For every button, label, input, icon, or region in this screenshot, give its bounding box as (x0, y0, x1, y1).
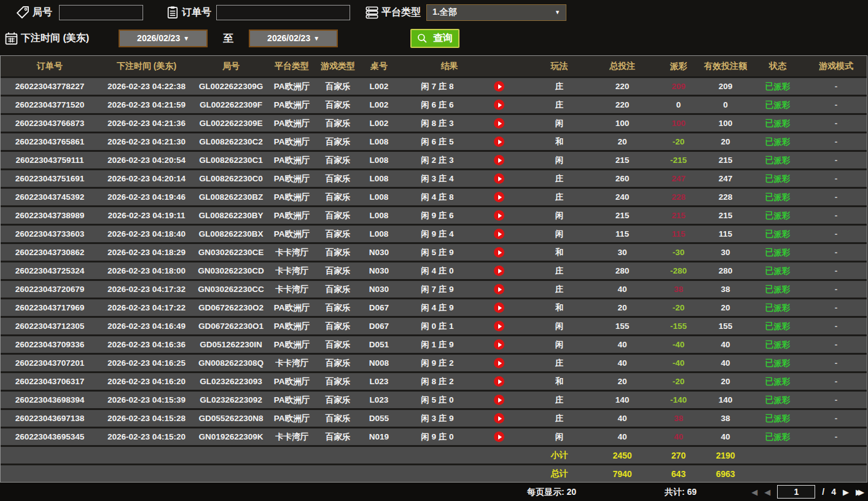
payout-cell: 40 (656, 432, 701, 441)
platform-cell: PA欧洲厅 (268, 302, 316, 314)
result-score: 闲 9 庄 4 (398, 229, 477, 240)
page-number-input[interactable] (777, 485, 815, 499)
table-row: 260223043778227 2026-02-23 04:22:38 GL00… (1, 78, 867, 95)
play-video-button[interactable] (494, 432, 504, 442)
table-no-cell: L008 (360, 229, 398, 239)
order-id-cell: 260223043706317 (1, 377, 99, 386)
table-row: 260223043695345 2026-02-23 04:15:20 GN01… (1, 428, 867, 445)
play-video-button[interactable] (494, 100, 504, 110)
valid-bet-cell: 228 (701, 192, 750, 202)
payout-cell: 115 (656, 229, 701, 239)
result-score: 闲 2 庄 3 (398, 155, 477, 166)
payout-cell: 228 (656, 192, 701, 202)
date-from-select[interactable]: 2026/02/23 ▼ (119, 30, 208, 47)
play-video-button[interactable] (494, 81, 504, 92)
play-type-cell: 庄 (530, 284, 588, 295)
game-type-cell: 百家乐 (316, 413, 360, 424)
play-type-cell: 庄 (530, 81, 588, 92)
payout-cell: -40 (656, 340, 701, 349)
game-mode-cell: - (805, 119, 867, 128)
table-no-cell: D067 (360, 322, 398, 331)
result-cell: 闲 6 庄 5 (398, 136, 530, 148)
play-video-button[interactable] (494, 266, 504, 276)
play-video-button[interactable] (494, 302, 504, 313)
order-id-cell: 260223043717969 (1, 303, 99, 312)
play-video-button[interactable] (494, 210, 504, 221)
game-mode-cell: - (805, 340, 867, 349)
valid-bet-cell: 155 (701, 322, 750, 331)
subtotal-row: 小计 2450 270 2190 (1, 447, 867, 464)
bet-order-history-page: 局号 订单号 平台类型 1.全部 ▼ 下注时间 (美东) 2026/02/23 … (0, 0, 868, 501)
result-score: 闲 8 庄 2 (398, 376, 477, 387)
game-mode-cell: - (805, 377, 867, 386)
play-video-button[interactable] (494, 339, 504, 350)
bet-time-cell: 2026-02-23 04:20:54 (99, 156, 194, 165)
next-page-button[interactable]: ▶ (843, 488, 849, 496)
header-total-bet: 总投注 (588, 61, 656, 72)
payout-cell: -40 (656, 358, 701, 368)
result-score: 闲 9 庄 2 (398, 358, 477, 369)
bet-time-cell: 2026-02-23 04:21:36 (99, 119, 194, 128)
valid-bet-cell: 20 (701, 137, 750, 146)
play-type-cell: 庄 (530, 100, 588, 111)
status-badge: 已派彩 (750, 210, 805, 221)
payout-cell: 100 (656, 119, 701, 128)
result-score: 闲 3 庄 4 (398, 173, 477, 184)
status-badge: 已派彩 (750, 192, 805, 203)
total-pages-label: 4 (831, 487, 836, 497)
total-bet-cell: 260 (588, 174, 656, 183)
round-id-cell: GL008262230C2 (194, 137, 268, 146)
play-video-button[interactable] (494, 118, 504, 128)
result-cell: 闲 5 庄 0 (398, 395, 530, 406)
round-id-input[interactable] (59, 5, 143, 20)
play-video-button[interactable] (494, 284, 504, 294)
play-video-button[interactable] (494, 321, 504, 331)
result-score: 闲 0 庄 1 (398, 321, 477, 332)
payout-cell: -280 (656, 266, 701, 275)
play-video-button[interactable] (494, 173, 504, 184)
round-id-cell: GD067262230O1 (194, 322, 268, 331)
first-page-button[interactable]: ◀ (751, 488, 757, 496)
total-bet-cell: 220 (588, 100, 656, 109)
game-type-cell: 百家乐 (316, 432, 360, 443)
table-row: 260223043698394 2026-02-23 04:15:39 GL02… (1, 392, 867, 408)
round-id-cell: GL02326223092 (194, 395, 268, 404)
bet-time-cell: 2026-02-23 04:16:49 (99, 322, 194, 331)
bet-time-cell: 2026-02-23 04:21:30 (99, 137, 194, 146)
status-badge: 已派彩 (750, 432, 805, 443)
valid-bet-cell: 140 (701, 395, 750, 404)
play-video-button[interactable] (494, 136, 504, 147)
prev-page-button[interactable]: ◀ (764, 488, 770, 496)
platform-type-select[interactable]: 1.全部 ▼ (426, 4, 566, 21)
play-video-button[interactable] (494, 395, 504, 405)
total-bet-cell: 280 (588, 266, 656, 275)
play-video-button[interactable] (494, 358, 504, 368)
play-video-button[interactable] (494, 413, 504, 424)
last-page-button[interactable]: ▶▶ (856, 488, 864, 496)
play-video-button[interactable] (494, 155, 504, 165)
play-video-button[interactable] (494, 247, 504, 258)
payout-cell: 0 (656, 100, 701, 109)
table-row: 260223043707201 2026-02-23 04:16:25 GN00… (1, 355, 867, 371)
order-id-input[interactable] (216, 5, 350, 20)
order-id-cell: 260223043771520 (1, 100, 99, 109)
play-type-cell: 闲 (530, 210, 588, 221)
header-table-no: 桌号 (360, 61, 398, 72)
play-video-button[interactable] (494, 192, 504, 202)
game-type-cell: 百家乐 (316, 247, 360, 258)
result-score: 闲 3 庄 9 (398, 413, 477, 424)
result-cell: 闲 4 庄 8 (398, 192, 530, 203)
bet-time-cell: 2026-02-23 04:19:46 (99, 192, 194, 202)
total-bet-cell: 20 (588, 377, 656, 386)
valid-bet-cell: 40 (701, 432, 750, 441)
filter-row-1: 局号 订单号 平台类型 1.全部 ▼ (0, 0, 868, 25)
payout-cell: -20 (656, 377, 701, 386)
platform-cell: 卡卡湾厅 (268, 358, 316, 369)
date-to-select[interactable]: 2026/02/23 ▼ (249, 30, 338, 47)
query-button[interactable]: 查询 (410, 29, 459, 48)
play-video-button[interactable] (494, 229, 504, 239)
play-video-button[interactable] (494, 376, 504, 387)
bet-time-cell: 2026-02-23 04:15:39 (99, 395, 194, 404)
round-id-label: 局号 (33, 6, 52, 19)
game-mode-cell: - (805, 192, 867, 202)
